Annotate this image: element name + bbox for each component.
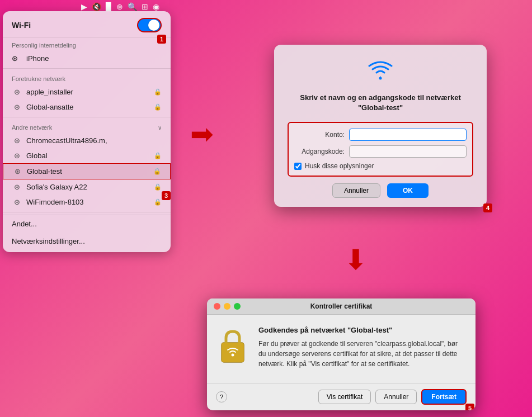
wifi-header: Wi-Fi 1 <box>3 11 171 37</box>
menubar: ▶ 🔇 ▉ ⊛ 🔍 ⊞ ◉ <box>81 2 159 11</box>
remember-row: Husk disse oplysninger <box>294 162 467 170</box>
network-global-ansatte[interactable]: ⊛ Global-ansatte 🔒 <box>3 99 171 115</box>
network-name-chromecast: ChromecastUltra4896.m, <box>26 136 162 145</box>
remember-checkbox[interactable] <box>294 163 302 170</box>
step-5-badge: 5 <box>465 404 474 410</box>
help-button[interactable]: ? <box>216 391 227 402</box>
step-3-badge: 3 <box>162 191 171 200</box>
network-sofia[interactable]: ⊛ Sofia's Galaxy A22 🔒 3 <box>3 179 171 195</box>
wifi-icon: ⊛ <box>12 152 22 160</box>
lock-icon: 🔒 <box>154 103 162 111</box>
wifi-icon: ⊛ <box>12 198 22 206</box>
network-global-test[interactable]: ⊛ Global-test 🔒 <box>3 163 171 179</box>
annuller-button[interactable]: Annuller <box>375 390 417 404</box>
divider-2 <box>3 117 171 117</box>
arrow-right: ➡ <box>190 120 214 148</box>
battery-icon: ▉ <box>106 2 112 11</box>
wifi-icon: ⊛ <box>12 103 22 111</box>
maximize-button[interactable] <box>234 303 241 310</box>
network-global[interactable]: ⊛ Global 🔒 <box>3 148 171 163</box>
lock-icon: 🔒 <box>154 88 162 96</box>
cert-titlebar: Kontroller certifikat <box>207 298 475 315</box>
svg-point-3 <box>232 354 234 357</box>
footer-andet[interactable]: Andet... <box>3 215 171 235</box>
konto-label: Konto: <box>294 131 345 139</box>
cert-description: Før du prøver at godkende til serveren "… <box>258 339 467 369</box>
lock-icon: 🔒 <box>154 152 162 159</box>
footer-netvaerk[interactable]: Netværksindstillinger... <box>3 237 171 252</box>
wifi-icon: ⊛ <box>12 168 22 176</box>
lock-icon: 🔒 <box>153 168 161 175</box>
svg-point-0 <box>379 77 382 80</box>
network-chromecast[interactable]: ⊛ ChromecastUltra4896.m, <box>3 133 171 148</box>
network-name-sofia: Sofia's Galaxy A22 <box>26 183 152 191</box>
divider-1 <box>3 68 171 69</box>
wifi-icon: ⊛ <box>12 88 22 96</box>
wifi-toggle[interactable] <box>137 18 162 32</box>
adgangskode-label: Adgangskode: <box>294 148 345 155</box>
dialog-buttons: Annuller OK <box>288 183 473 198</box>
network-name-wifimodem: WiFimodem-8103 <box>26 198 152 206</box>
cert-network-title: Godkendes på netværket "Global-test" <box>258 326 467 334</box>
fortsaet-button[interactable]: Fortsæt <box>421 389 467 405</box>
lock-icon: 🔒 <box>154 183 162 191</box>
wifi-panel: Wi-Fi 1 Personlig internetdeling ⊛ iPhon… <box>3 11 171 252</box>
divider-3 <box>3 212 171 212</box>
chevron-down-icon: ∨ <box>158 125 162 131</box>
cert-dialog: Kontroller certifikat Godkendes på netvæ… <box>207 298 475 410</box>
network-name-apple: apple_installer <box>26 88 152 96</box>
cert-footer: ? Vis certifikat Annuller Fortsæt 5 <box>207 383 475 410</box>
adgangskode-input[interactable] <box>349 145 467 158</box>
traffic-lights <box>214 303 241 310</box>
arrow-down: ⬇ <box>344 246 368 274</box>
dialog-form: Konto: Adgangskode: Husk disse oplysning… <box>288 122 473 177</box>
cert-dialog-title: Kontroller certifikat <box>310 302 373 310</box>
hotspot-iphone-name: iPhone <box>26 54 49 63</box>
hotspot-iphone[interactable]: ⊛ iPhone <box>3 51 171 66</box>
siri-icon: ◉ <box>153 2 159 11</box>
wifi-icon: ⊛ <box>12 137 22 145</box>
cert-content: Godkendes på netværket "Global-test" Før… <box>258 326 467 369</box>
network-name-global-test: Global-test <box>27 167 151 176</box>
step-1-badge: 1 <box>157 35 166 44</box>
ok-button[interactable]: OK <box>387 183 429 198</box>
wifi-status-icon: ⊛ <box>116 2 123 11</box>
step-4-badge: 4 <box>483 203 492 212</box>
wifi-password-dialog: Skriv et navn og en adgangskode til netv… <box>274 45 487 207</box>
play-icon: ▶ <box>81 2 87 11</box>
vis-certifikat-button[interactable]: Vis certifikat <box>318 390 371 404</box>
network-wifimodem[interactable]: ⊛ WiFimodem-8103 🔒 <box>3 195 171 210</box>
network-name-global-ansatte: Global-ansatte <box>26 103 152 111</box>
cert-body: Godkendes på netværket "Global-test" Før… <box>207 315 475 383</box>
grid-icon: ⊞ <box>142 2 148 11</box>
mute-icon: 🔇 <box>92 2 101 11</box>
minimize-button[interactable] <box>224 303 230 310</box>
hotspot-icon: ⊛ <box>12 55 22 63</box>
wifi-panel-title: Wi-Fi <box>12 21 31 30</box>
remember-label: Husk disse oplysninger <box>305 162 374 170</box>
network-name-global: Global <box>26 151 152 160</box>
wifi-icon: ⊛ <box>12 183 22 191</box>
cancel-button[interactable]: Annuller <box>332 183 380 198</box>
other-networks-label: Andre netværk ∨ <box>3 120 171 133</box>
konto-row: Konto: <box>294 129 467 141</box>
search-icon: 🔍 <box>128 2 137 11</box>
svg-rect-2 <box>222 343 244 362</box>
cert-lock-icon <box>216 326 249 372</box>
dialog-wifi-icon <box>288 58 473 86</box>
preferred-label: Foretrukne netværk <box>3 71 171 84</box>
close-button[interactable] <box>214 303 220 310</box>
adgangskode-row: Adgangskode: <box>294 145 467 158</box>
personal-hotspot-label: Personlig internetdeling <box>3 37 171 51</box>
toggle-knob <box>148 20 159 31</box>
network-apple-installer[interactable]: ⊛ apple_installer 🔒 <box>3 84 171 99</box>
konto-input[interactable] <box>349 129 467 141</box>
lock-icon: 🔒 <box>154 198 162 206</box>
dialog-title: Skriv et navn og en adgangskode til netv… <box>288 93 473 113</box>
